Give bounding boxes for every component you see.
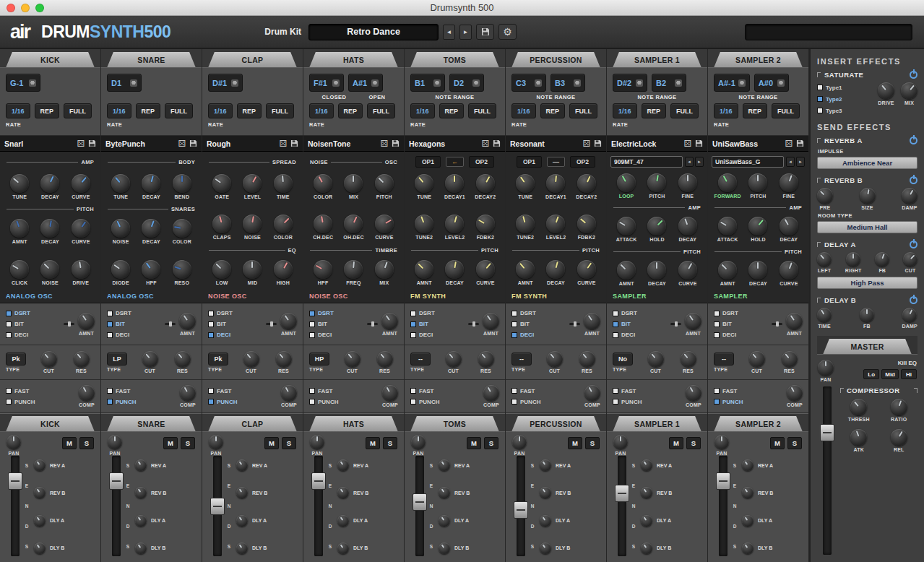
synth-knob[interactable] (111, 219, 130, 238)
dist-mini-slider[interactable] (569, 323, 580, 325)
fader-handle[interactable] (413, 493, 427, 511)
synth-knob[interactable] (173, 219, 191, 238)
send-knob[interactable] (236, 542, 248, 554)
synth-knob[interactable] (111, 174, 130, 193)
filter-res-knob[interactable] (782, 351, 798, 367)
prev-sample-button[interactable]: ◄ (685, 157, 694, 167)
saturate-type-type3[interactable]: Type3 (817, 106, 873, 115)
send-knob[interactable] (439, 459, 450, 471)
dist-mini-slider[interactable] (367, 323, 378, 325)
dyn-option-fast[interactable]: FAST (714, 386, 783, 395)
dyn-option-fast[interactable]: FAST (208, 386, 277, 395)
repeat-button[interactable]: REP (338, 103, 363, 118)
filter-cut-knob[interactable] (41, 351, 57, 367)
volume-fader[interactable] (517, 456, 525, 556)
synth-knob[interactable] (243, 215, 262, 233)
save-preset-icon[interactable] (88, 139, 96, 147)
next-sample-button[interactable]: ► (695, 157, 704, 167)
pan-knob[interactable] (209, 435, 223, 449)
mute-button[interactable]: M (264, 437, 279, 449)
synth-knob[interactable] (718, 217, 737, 235)
pan-knob[interactable] (108, 435, 122, 449)
dist-option-bit[interactable]: BIT (107, 320, 161, 329)
save-preset-icon[interactable] (493, 139, 501, 147)
repeat-button[interactable]: REP (540, 103, 566, 118)
synth-knob[interactable] (173, 174, 191, 193)
full-button[interactable]: FULL (367, 103, 395, 118)
fx-knob[interactable] (902, 188, 917, 204)
randomize-icon[interactable]: ⚄ (77, 139, 85, 148)
synth-knob[interactable] (72, 219, 90, 238)
send-knob[interactable] (34, 487, 46, 498)
dist-amount-knob[interactable] (584, 313, 600, 329)
synth-knob[interactable] (476, 260, 495, 279)
dist-amount-knob[interactable] (786, 313, 803, 329)
synth-knob[interactable] (647, 217, 666, 235)
dist-mini-slider[interactable] (670, 323, 681, 325)
volume-fader[interactable] (112, 456, 121, 556)
note-button[interactable]: D#2 (613, 74, 647, 92)
synth-knob[interactable] (546, 260, 565, 279)
full-button[interactable]: FULL (468, 103, 496, 118)
synth-knob[interactable] (415, 174, 433, 193)
full-button[interactable]: FULL (64, 103, 92, 118)
volume-fader[interactable] (213, 456, 222, 556)
send-knob[interactable] (337, 487, 349, 498)
dyn-option-punch[interactable]: PUNCH (511, 397, 581, 406)
dist-mini-slider[interactable] (165, 323, 176, 325)
filter-type-button[interactable]: LP (107, 353, 127, 366)
dist-option-dsrt[interactable]: DSRT (410, 309, 465, 318)
rate-button[interactable]: 1/16 (410, 103, 435, 118)
synth-knob[interactable] (748, 261, 767, 280)
synth-knob[interactable] (748, 173, 767, 192)
saturate-type-type2[interactable]: Type2 (817, 95, 873, 103)
comp-knob[interactable] (584, 385, 600, 401)
reverb-b-power-button[interactable] (910, 176, 917, 184)
dist-option-dsrt[interactable]: DSRT (208, 309, 262, 318)
comp-knob[interactable] (180, 385, 196, 401)
synth-knob[interactable] (314, 260, 332, 279)
fx-knob[interactable] (817, 308, 832, 322)
synth-knob[interactable] (40, 260, 59, 279)
synth-knob[interactable] (415, 260, 433, 279)
volume-fader[interactable] (415, 456, 424, 556)
solo-button[interactable]: S (484, 437, 498, 449)
filter-type-button[interactable]: Pk (208, 353, 228, 366)
drum-kit-selector[interactable]: Retro Dance (308, 24, 439, 40)
solo-button[interactable]: S (585, 437, 600, 449)
note-button[interactable]: D1 (107, 74, 142, 92)
filter-type-button[interactable]: -- (410, 353, 431, 366)
send-knob[interactable] (337, 542, 349, 554)
synth-knob[interactable] (10, 174, 29, 193)
solo-button[interactable]: S (686, 437, 701, 449)
filter-type-button[interactable]: -- (714, 353, 734, 366)
fader-handle[interactable] (8, 472, 22, 490)
synth-knob[interactable] (678, 261, 697, 280)
filter-type-button[interactable]: No (613, 353, 633, 366)
filter-cut-knob[interactable] (345, 351, 360, 367)
dist-option-deci[interactable]: DECI (208, 331, 262, 340)
synth-knob[interactable] (243, 260, 262, 279)
send-knob[interactable] (236, 459, 248, 471)
synth-knob[interactable] (274, 215, 293, 233)
dyn-option-fast[interactable]: FAST (6, 386, 75, 395)
randomize-icon[interactable]: ⚄ (583, 139, 590, 148)
pan-knob[interactable] (7, 435, 21, 449)
volume-fader[interactable] (618, 456, 626, 556)
dist-option-bit[interactable]: BIT (6, 320, 60, 329)
filter-cut-knob[interactable] (142, 351, 158, 367)
filter-type-button[interactable]: Pk (6, 353, 26, 366)
settings-button[interactable]: ⚙ (498, 24, 517, 40)
save-preset-icon[interactable] (594, 139, 602, 147)
fx-knob[interactable] (860, 188, 876, 204)
repeat-button[interactable]: REP (743, 103, 768, 118)
send-knob[interactable] (540, 487, 551, 498)
note-button[interactable]: F#1 (309, 74, 344, 92)
repeat-button[interactable]: REP (439, 103, 465, 118)
delay-a-filter-selector[interactable]: High Pass (817, 277, 917, 289)
filter-cut-knob[interactable] (547, 351, 563, 367)
synth-knob[interactable] (577, 215, 596, 233)
synth-knob[interactable] (780, 261, 798, 280)
volume-fader[interactable] (719, 456, 727, 556)
dist-mini-slider[interactable] (468, 323, 479, 325)
